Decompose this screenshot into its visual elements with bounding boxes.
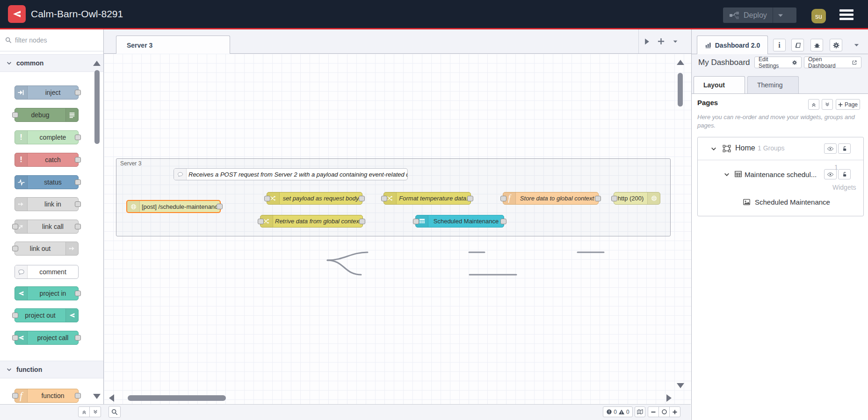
exclamation-icon: ! [15, 131, 28, 144]
node-function-store-data[interactable]: f Store data to global context [503, 192, 599, 205]
canvas-search-button[interactable] [108, 406, 121, 418]
tab-scroll-right-icon[interactable] [645, 38, 649, 44]
palette-node-catch[interactable]: ! catch [14, 153, 79, 167]
workspace-title: Calm-Barn-Owl-8291 [31, 0, 123, 28]
palette-scroll-down-icon[interactable] [93, 394, 101, 399]
palette-category-function[interactable]: function [0, 361, 103, 378]
group-label: Server 3 [120, 160, 141, 167]
widget-name: Scheduled Maintenance [755, 198, 830, 206]
palette-filter[interactable] [0, 29, 103, 51]
palette-node-complete[interactable]: ! complete [14, 130, 79, 144]
tab-layout[interactable]: Layout [694, 76, 745, 93]
speech-bubble-icon [174, 169, 187, 180]
settings-gear-button[interactable] [830, 39, 842, 51]
notification-counts[interactable]: 0 0 [603, 406, 633, 417]
palette-filter-input[interactable] [0, 29, 103, 51]
globe-icon [647, 192, 660, 204]
sidebar-tab-dashboard[interactable]: Dashboard 2.0 [697, 36, 768, 54]
palette-node-project-out[interactable]: project out [14, 308, 79, 322]
palette-node-inject[interactable]: inject [14, 85, 79, 100]
bar-chart-icon [705, 42, 712, 49]
chevron-down-icon[interactable] [724, 172, 730, 178]
unlock-button[interactable] [838, 143, 851, 154]
node-http-response[interactable]: http (200) [614, 192, 660, 205]
project-logo-icon [65, 309, 78, 322]
link-arrow-icon [65, 242, 78, 255]
deploy-label: Deploy [744, 11, 767, 20]
zoom-in-icon[interactable] [669, 407, 680, 417]
add-page-button[interactable]: Page [836, 99, 860, 110]
pages-expand-all-button[interactable] [822, 99, 833, 110]
page-name: Home [735, 144, 755, 152]
open-dashboard-button[interactable]: Open Dashboard [804, 57, 861, 68]
chevron-down-icon[interactable] [711, 146, 716, 152]
debug-bug-button[interactable] [810, 39, 823, 51]
tree-row-page-home[interactable]: Home 1 Groups [698, 137, 863, 160]
info-tool-button[interactable]: i [773, 39, 786, 51]
sidebar-collapse-chevron-icon[interactable] [854, 42, 860, 48]
comment-node[interactable]: Receives a POST request from Server 2 wi… [174, 168, 408, 180]
navigator-map-button[interactable] [635, 406, 645, 417]
chevron-down-icon [7, 367, 12, 372]
pulse-icon [15, 176, 28, 189]
node-change-set-payload[interactable]: set payload as request body [267, 192, 362, 205]
palette-node-link-out[interactable]: link out [14, 242, 79, 256]
canvas-hscrollbar-thumb[interactable] [128, 395, 226, 401]
tree-row-group-maintenance[interactable]: 1 Widgets Maintenance schedul... [698, 160, 863, 189]
dashboard-name: My Dashboard [698, 54, 750, 71]
exclamation-icon: ! [15, 153, 28, 166]
node-http-in[interactable]: [post] /schedule-maintenance [126, 200, 221, 213]
page-layout-icon [722, 144, 731, 153]
pages-help-text: Here you can re-order and move your widg… [697, 113, 856, 130]
zoom-reset-icon[interactable] [658, 407, 669, 417]
palette-node-comment[interactable]: comment [14, 265, 79, 279]
chevron-down-icon [7, 61, 12, 66]
palette-node-function[interactable]: f function [14, 389, 79, 403]
link-arrow-icon [15, 198, 28, 211]
flow-tab-server3[interactable]: Server 3 [116, 36, 230, 54]
add-flow-icon[interactable] [658, 38, 665, 45]
flow-tab-bar: Server 3 [104, 29, 691, 54]
help-book-button[interactable] [791, 39, 804, 51]
canvas-scroll-right-icon[interactable] [666, 394, 672, 402]
external-link-icon [852, 60, 857, 65]
canvas-scroll-left-icon[interactable] [109, 394, 114, 402]
visibility-eye-button[interactable] [824, 143, 837, 154]
palette-node-project-in[interactable]: project in [14, 286, 79, 300]
deploy-options-chevron-icon[interactable] [777, 12, 784, 19]
main-menu-button[interactable] [839, 9, 854, 20]
unlock-button[interactable] [838, 169, 851, 179]
palette-scrollbar-thumb[interactable] [94, 70, 100, 144]
canvas-vscrollbar-thumb[interactable] [678, 73, 683, 107]
edit-settings-button[interactable]: Edit Settings [754, 57, 802, 68]
palette-node-link-in[interactable]: link in [14, 197, 79, 211]
workspace-footer: 0 0 [0, 404, 691, 420]
flow-canvas[interactable]: Server 3 Receives a POST request from Se… [104, 54, 691, 404]
zoom-controls [648, 406, 680, 417]
node-palette: common inject debug ! complete ! catch s… [0, 29, 104, 420]
node-change-format-temperature[interactable]: Format temperature data. [383, 192, 471, 205]
deploy-icon [729, 10, 740, 21]
palette-node-link-call[interactable]: link call [14, 220, 79, 234]
palette-collapse-controls [78, 406, 101, 417]
palette-node-debug[interactable]: debug [14, 108, 79, 122]
visibility-eye-button[interactable] [824, 169, 837, 179]
expand-all-icon[interactable] [89, 407, 101, 417]
zoom-out-icon[interactable] [648, 407, 658, 417]
header-bar: Calm-Barn-Owl-8291 Deploy su [0, 0, 868, 28]
tab-theming[interactable]: Theming [747, 76, 799, 93]
palette-node-project-call[interactable]: project call [14, 331, 79, 345]
pages-collapse-all-button[interactable] [808, 99, 819, 110]
palette-node-status[interactable]: status [14, 175, 79, 189]
node-ui-table-scheduled-maintenance[interactable]: Scheduled Maintenance [415, 215, 504, 228]
canvas-scroll-down-icon[interactable] [677, 383, 684, 388]
collapse-all-icon[interactable] [79, 407, 89, 417]
tree-row-widget-scheduled-maintenance[interactable]: Scheduled Maintenance [698, 189, 863, 216]
node-change-retrieve-data[interactable]: Retrive data from global context [260, 215, 363, 228]
canvas-scroll-up-icon[interactable] [677, 60, 684, 65]
palette-scroll-up-icon[interactable] [93, 61, 101, 66]
flow-list-chevron-icon[interactable] [673, 39, 678, 44]
user-avatar[interactable]: su [811, 9, 826, 23]
palette-category-common[interactable]: common [0, 54, 103, 72]
deploy-button[interactable]: Deploy [723, 7, 796, 23]
